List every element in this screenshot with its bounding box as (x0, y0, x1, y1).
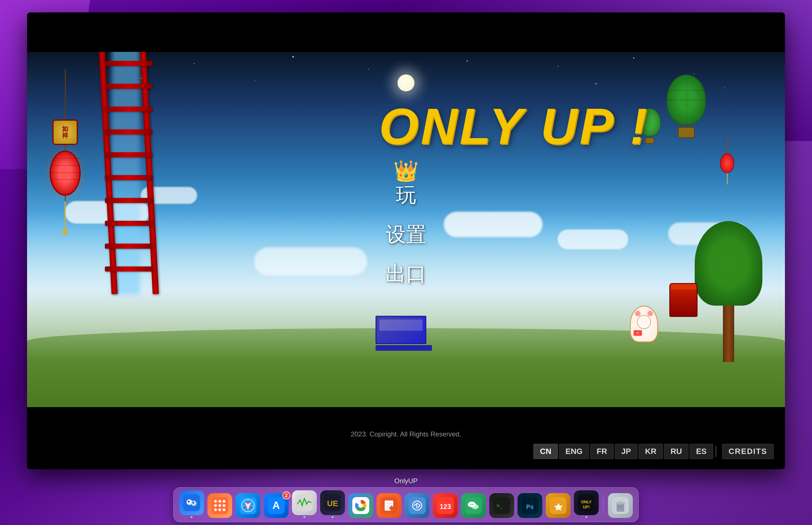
dock-separator (603, 494, 604, 514)
ladder-rung-4 (105, 130, 152, 135)
lang-cn-button[interactable]: CN (533, 444, 558, 459)
letterbox-bottom: 2023. Copiright. All Rights Reserved. CN… (27, 407, 785, 469)
lucky-cat: 招 (630, 306, 658, 342)
letterbox-top (27, 12, 785, 52)
dock-item-files[interactable] (405, 493, 430, 518)
hanging-decoration (720, 136, 734, 184)
menu-play[interactable]: 玩 (396, 182, 416, 209)
lang-divider (715, 446, 717, 457)
terminal-icon[interactable]: >_ (490, 493, 514, 518)
ladder-rung-7 (105, 198, 152, 203)
cloud-3 (444, 212, 542, 237)
appstore-icon[interactable]: A 2 (264, 493, 289, 518)
dock-item-chrome[interactable] (348, 493, 373, 518)
lang-eng-button[interactable]: ENG (559, 444, 589, 459)
ladder (100, 52, 157, 294)
svg-point-8 (214, 500, 217, 503)
lang-fr-button[interactable]: FR (590, 444, 614, 459)
finder-icon[interactable] (179, 490, 204, 515)
lang-kr-button[interactable]: KR (638, 444, 663, 459)
svg-rect-57 (619, 501, 622, 503)
ue-icon[interactable]: UE (320, 490, 345, 515)
ladder-rung-2 (105, 84, 152, 89)
tree-foliage (695, 221, 762, 306)
dock-item-ue[interactable]: UE (320, 490, 345, 518)
svg-point-13 (223, 504, 226, 507)
dock-item-luminar[interactable] (546, 493, 571, 518)
game-window: 2023. Copiright. All Rights Reserved. CN… (27, 12, 785, 469)
activity-icon[interactable] (292, 490, 317, 515)
cloud-5 (254, 247, 367, 275)
menu-quit[interactable]: 出口 (386, 260, 426, 288)
dock-item-appstore[interactable]: A 2 (264, 493, 289, 518)
dock-item-123[interactable]: 123 (433, 493, 458, 518)
svg-point-15 (219, 508, 221, 511)
ladder-rung-9 (105, 244, 152, 249)
ladder-rung-1 (105, 61, 152, 66)
lang-jp-button[interactable]: JP (615, 444, 637, 459)
onlyup-dot (586, 516, 587, 518)
svg-point-6 (193, 502, 194, 504)
chrome-icon[interactable] (348, 493, 373, 518)
svg-point-30 (359, 503, 363, 508)
ladder-rung-6 (105, 175, 152, 180)
dock-item-photoshop[interactable]: Ps (518, 493, 542, 518)
finder-dot (191, 516, 193, 518)
cloud-4 (558, 229, 628, 249)
svg-text:UE: UE (327, 499, 338, 508)
luminar-icon[interactable] (546, 493, 571, 518)
onlyup-icon[interactable]: ONLYUP! (574, 490, 599, 515)
svg-point-44 (470, 504, 471, 505)
svg-rect-37 (409, 497, 426, 514)
credits-button[interactable]: CREDITS (722, 444, 774, 459)
dock-wrapper: OnlyUP A 2 (174, 477, 639, 522)
edit-icon[interactable] (377, 493, 402, 518)
lang-es-button[interactable]: ES (690, 444, 713, 459)
photoshop-icon[interactable]: Ps (518, 493, 542, 518)
wechat-icon[interactable] (461, 493, 486, 518)
svg-text:UP!: UP! (583, 505, 589, 509)
launchpad-icon[interactable] (208, 493, 232, 518)
dock-item-terminal[interactable]: >_ (490, 493, 514, 518)
appstore-badge: 2 (283, 492, 290, 499)
svg-point-5 (188, 501, 190, 502)
dock-item-onlyup[interactable]: ONLYUP! (574, 490, 599, 518)
files-icon[interactable] (405, 493, 430, 518)
dock-item-launchpad[interactable] (208, 493, 232, 518)
svg-text:ONLY: ONLY (581, 500, 592, 504)
crown-icon: 👑 (393, 159, 419, 183)
svg-point-11 (214, 504, 217, 507)
game-title: ONLY UP ! (379, 97, 649, 155)
svg-text:123: 123 (439, 503, 451, 510)
numbers-icon[interactable]: 123 (433, 493, 458, 518)
moon (397, 74, 415, 91)
ladder-rung-3 (105, 107, 152, 112)
dock-item-edit[interactable] (377, 493, 402, 518)
svg-point-16 (223, 508, 226, 511)
tree (695, 221, 762, 362)
dock-item-safari[interactable] (236, 493, 260, 518)
menu-settings[interactable]: 设置 (386, 221, 426, 248)
svg-text:A: A (273, 500, 280, 511)
balloon-large (666, 74, 706, 138)
ue-dot (332, 516, 333, 518)
lang-ru-button[interactable]: RU (664, 444, 688, 459)
trash-icon[interactable] (608, 493, 633, 518)
svg-point-12 (219, 504, 221, 507)
safari-icon[interactable] (236, 493, 260, 518)
dock-item-trash[interactable] (608, 493, 633, 518)
activity-dot (304, 516, 305, 518)
macos-dock: A 2 UE (174, 487, 639, 522)
bed-object (376, 316, 432, 351)
main-menu: 玩 设置 出口 (386, 182, 426, 288)
ladder-rung-8 (105, 221, 152, 226)
chinese-lantern: 如祥 (50, 69, 81, 235)
svg-text:>_: >_ (497, 502, 503, 508)
game-scene: 如祥 (27, 52, 785, 407)
dock-item-activity[interactable] (292, 490, 317, 518)
dock-item-wechat[interactable] (461, 493, 486, 518)
svg-point-9 (219, 500, 221, 503)
language-bar: CN ENG FR JP KR RU ES CREDITS (533, 444, 774, 459)
dock-item-finder[interactable] (179, 490, 204, 518)
svg-point-14 (214, 508, 217, 511)
